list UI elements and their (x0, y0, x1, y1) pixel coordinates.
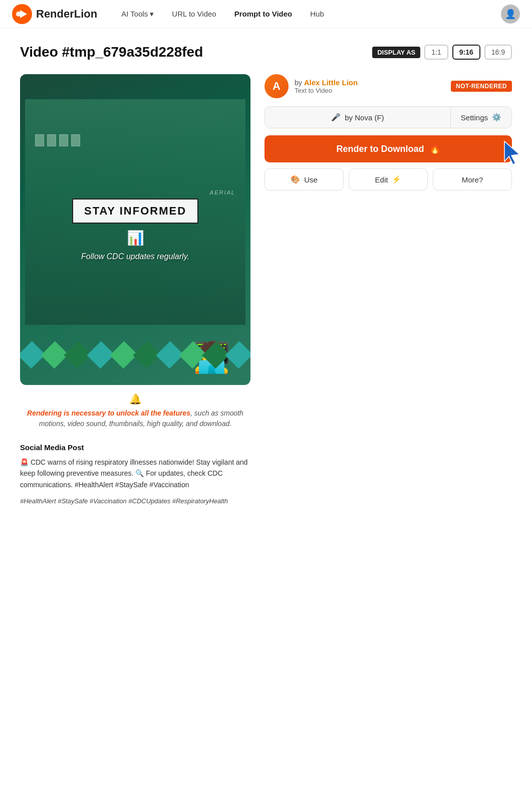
settings-button[interactable]: Settings ⚙️ (451, 107, 511, 128)
user-avatar-button[interactable]: 👤 (501, 5, 520, 24)
brand-name: RenderLion (36, 8, 97, 21)
not-rendered-badge: NOT-RENDERED (451, 81, 512, 92)
social-hashtags: #HealthAlert #StaySafe #Vaccination #CDC… (20, 495, 250, 507)
chevron-down-icon: ▾ (150, 10, 154, 19)
social-post-section: Social Media Post 🚨 CDC warns of rising … (20, 443, 250, 507)
render-notice: 🔔 Rendering is necessary to unlock all t… (20, 393, 250, 429)
render-to-download-button[interactable]: Render to Download 🔥 (264, 135, 512, 162)
video-emoji: 📊 (127, 230, 144, 246)
cursor-pointer (502, 140, 522, 167)
svg-point-2 (16, 12, 21, 17)
more-button[interactable]: More? (433, 168, 512, 190)
video-subtitle-text: Follow CDC updates regularly. (81, 252, 189, 261)
main-content: Video #tmp_679a35d228fed DISPLAY AS 1:1 … (0, 28, 532, 523)
render-button-container: Render to Download 🔥 (264, 135, 512, 162)
ratio-16-9-button[interactable]: 16:9 (484, 45, 512, 60)
author-avatar: A (264, 74, 289, 98)
brand-link[interactable]: RenderLion (12, 4, 97, 24)
action-row: 🎨 Use Edit ⚡ More? (264, 168, 512, 190)
ratio-9-16-button[interactable]: 9:16 (452, 45, 480, 60)
edit-button[interactable]: Edit ⚡ (349, 168, 428, 190)
author-meta: by Alex Little Lion Text to Video (295, 78, 358, 94)
video-layout: AERIAL STAY INFORMED 📊 Follow CDC update… (20, 74, 512, 507)
voice-button[interactable]: 🎤 by Nova (F) (265, 107, 451, 128)
page-title: Video #tmp_679a35d228fed (20, 44, 203, 60)
nav-links: AI Tools ▾ URL to Video Prompt to Video … (113, 6, 497, 23)
social-post-text: 🚨 CDC warns of rising respiratory illnes… (20, 457, 250, 490)
render-notice-text: Rendering is necessary to unlock all the… (20, 408, 250, 429)
user-icon: 👤 (505, 9, 516, 20)
render-notice-bold: Rendering is necessary to unlock all the… (27, 409, 190, 417)
cursor-arrow-icon (502, 140, 522, 165)
page-header: Video #tmp_679a35d228fed DISPLAY AS 1:1 … (20, 44, 512, 60)
use-button[interactable]: 🎨 Use (264, 168, 344, 190)
author-row: A by Alex Little Lion Text to Video NOT-… (264, 74, 512, 98)
microphone-icon: 🎤 (331, 113, 341, 122)
social-post-title: Social Media Post (20, 443, 250, 452)
navbar: RenderLion AI Tools ▾ URL to Video Promp… (0, 0, 532, 28)
author-by-label: by Alex Little Lion (295, 78, 358, 87)
edit-icon: ⚡ (392, 175, 401, 184)
nav-ai-tools[interactable]: AI Tools ▾ (113, 6, 162, 23)
bell-icon: 🔔 (20, 393, 250, 405)
video-stay-informed-text: STAY INFORMED (72, 199, 198, 224)
fire-icon: 🔥 (429, 143, 440, 154)
display-as-group: DISPLAY AS 1:1 9:16 16:9 (372, 45, 512, 60)
nav-right: 👤 (501, 5, 520, 24)
palette-icon: 🎨 (291, 175, 300, 184)
author-type: Text to Video (295, 87, 358, 94)
nav-prompt-to-video[interactable]: Prompt to Video (226, 6, 301, 22)
author-info: A by Alex Little Lion Text to Video (264, 74, 358, 98)
display-as-label: DISPLAY AS (372, 47, 420, 58)
brand-logo-icon (12, 4, 32, 24)
nav-url-to-video[interactable]: URL to Video (164, 6, 224, 22)
ratio-1-1-button[interactable]: 1:1 (424, 45, 448, 60)
author-name: Alex Little Lion (304, 78, 358, 87)
nav-hub[interactable]: Hub (302, 6, 332, 22)
video-preview: AERIAL STAY INFORMED 📊 Follow CDC update… (20, 74, 250, 385)
video-info-col: A by Alex Little Lion Text to Video NOT-… (264, 74, 512, 190)
voice-settings-row: 🎤 by Nova (F) Settings ⚙️ (264, 106, 512, 128)
video-preview-col: AERIAL STAY INFORMED 📊 Follow CDC update… (20, 74, 250, 507)
diamond-pattern (20, 325, 250, 355)
gear-icon: ⚙️ (492, 113, 501, 122)
svg-marker-3 (504, 141, 519, 164)
